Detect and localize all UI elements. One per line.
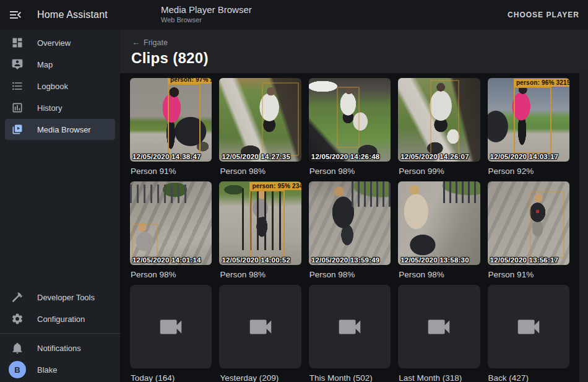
sidebar-item-media-browser[interactable]: Media Browser	[5, 119, 115, 140]
bell-icon	[11, 342, 24, 354]
clip-thumbnail: person: 97% 29988 12/05/2020 14:38:47	[130, 78, 212, 162]
detection-bounding-box	[430, 80, 460, 157]
clip-timestamp: 12/05/2020 14:26:07	[400, 153, 480, 160]
bell-icon	[11, 342, 24, 354]
folder-card[interactable]: Last Month (318)	[398, 285, 480, 382]
clip-thumbnail: 12/05/2020 14:01:14	[130, 181, 212, 265]
menu-open-icon	[8, 14, 23, 24]
sidebar-item-label: Map	[37, 60, 53, 69]
sidebar-item-developer-tools[interactable]: Developer Tools	[5, 287, 115, 308]
clip-card[interactable]: person: 96% 32154 12/05/2020 14:03:17 Pe…	[488, 78, 569, 181]
clip-card[interactable]: 12/05/2020 14:01:14 Person 98%	[130, 181, 212, 285]
sidebar-item-configuration[interactable]: Configuration	[5, 308, 115, 329]
clip-thumbnail: 12/05/2020 14:26:07	[398, 78, 480, 162]
clip-thumbnail: person: 96% 32154 12/05/2020 14:03:17	[488, 78, 569, 162]
clip-caption: Person 91%	[131, 166, 211, 177]
tooltip-account-icon	[11, 58, 24, 71]
page-title: Clips (820)	[131, 50, 588, 67]
detection-bounding-box	[249, 190, 285, 259]
video-camera-icon	[514, 313, 543, 341]
avatar: B	[9, 361, 26, 378]
sidebar: OverviewMapLogbookHistoryMedia Browser D…	[0, 30, 120, 382]
clip-thumbnail: 12/05/2020 14:27:35	[219, 78, 301, 162]
sidebar-toggle-button[interactable]	[8, 7, 23, 22]
clip-timestamp: 12/05/2020 14:03:17	[490, 153, 569, 160]
user-name: Blake	[37, 365, 58, 375]
clip-thumbnail: 12/05/2020 13:58:30	[398, 181, 480, 265]
clip-card[interactable]: 12/05/2020 14:26:07 Person 99%	[398, 78, 480, 181]
clip-card[interactable]: person: 95% 23432 12/05/2020 14:00:52 Pe…	[219, 181, 301, 285]
sidebar-divider	[0, 333, 120, 334]
format-list-bulleted-icon	[11, 80, 24, 92]
clip-caption: Person 98%	[399, 269, 479, 280]
breadcrumb-label: Frigate	[144, 38, 168, 47]
panel-title: Media Player Browser	[161, 4, 252, 15]
detection-bounding-box	[262, 82, 299, 156]
sidebar-item-label: Configuration	[37, 315, 85, 324]
scrollbar[interactable]	[579, 73, 588, 382]
clip-timestamp: 12/05/2020 13:58:30	[400, 256, 480, 264]
detection-bounding-box	[530, 191, 564, 258]
clip-card[interactable]: 12/05/2020 13:59:49 Person 98%	[309, 181, 391, 285]
clip-timestamp: 12/05/2020 14:00:52	[222, 256, 301, 264]
clip-card[interactable]: 12/05/2020 13:56:17 Person 91%	[488, 181, 569, 285]
folder-card[interactable]: Back (427)	[488, 285, 569, 382]
panel-title-block: Media Player Browser Web Browser	[161, 4, 252, 24]
video-camera-icon	[246, 313, 275, 341]
sidebar-item-label: Media Browser	[37, 125, 91, 134]
sidebar-item-label: Logbook	[37, 82, 68, 91]
folder-thumbnail	[219, 285, 301, 368]
back-arrow-icon: ←	[132, 38, 140, 47]
sidebar-item-notifications[interactable]: Notifications	[5, 337, 115, 358]
detection-bounding-box	[337, 87, 360, 149]
folder-card[interactable]: Today (164)	[130, 285, 212, 382]
sidebar-spacer	[0, 141, 120, 286]
clip-thumbnail: person: 95% 23432 12/05/2020 14:00:52	[219, 181, 301, 265]
clip-card[interactable]: 12/05/2020 13:58:30 Person 98%	[398, 181, 480, 285]
clip-caption: Person 91%	[488, 269, 569, 280]
clip-caption: Person 98%	[131, 269, 211, 280]
clip-timestamp: 12/05/2020 14:38:47	[132, 153, 212, 160]
clip-caption: Person 98%	[309, 269, 390, 280]
clip-timestamp: 12/05/2020 13:59:49	[311, 256, 391, 264]
folder-card[interactable]: Yesterday (209)	[219, 285, 301, 382]
notifications-label: Notifications	[37, 344, 81, 353]
clip-caption: Person 98%	[220, 269, 300, 280]
sidebar-item-label: Developer Tools	[37, 293, 95, 302]
sidebar-item-label: History	[37, 103, 62, 113]
sidebar-item-history[interactable]: History	[5, 97, 115, 118]
media-browser-main: person: 97% 29988 12/05/2020 14:38:47 Pe…	[120, 73, 588, 382]
sidebar-bottom: Developer ToolsConfiguration Notificatio…	[0, 286, 120, 382]
sidebar-nav: OverviewMapLogbookHistoryMedia Browser	[0, 30, 120, 141]
sidebar-tools: Developer ToolsConfiguration	[0, 287, 120, 329]
folder-label: Back (427)	[488, 373, 569, 382]
clip-timestamp: 12/05/2020 14:01:14	[132, 256, 212, 264]
clip-card[interactable]: 12/05/2020 14:27:35 Person 98%	[219, 78, 301, 181]
folder-thumbnail	[398, 285, 480, 368]
folder-card[interactable]: This Month (502)	[309, 285, 391, 382]
panel-subtitle: Web Browser	[161, 16, 252, 24]
video-camera-icon	[157, 313, 185, 341]
play-box-multiple-icon	[11, 123, 24, 136]
choose-player-button[interactable]: CHOOSE PLAYER	[501, 0, 586, 30]
clip-caption: Person 92%	[488, 166, 569, 177]
folder-label: Today (164)	[131, 373, 211, 382]
folder-label: Yesterday (209)	[220, 373, 300, 382]
cog-icon	[11, 313, 24, 325]
sidebar-item-logbook[interactable]: Logbook	[5, 76, 115, 97]
sidebar-item-user[interactable]: B Blake	[5, 359, 115, 380]
top-app-bar: Home Assistant Media Player Browser Web …	[0, 0, 588, 30]
folder-thumbnail	[130, 285, 212, 368]
folder-thumbnail	[488, 285, 569, 368]
clip-card[interactable]: person: 97% 29988 12/05/2020 14:38:47 Pe…	[130, 78, 212, 181]
video-camera-icon	[425, 313, 453, 341]
clip-card[interactable]: 12/05/2020 14:26:48 Person 98%	[309, 78, 391, 181]
clip-thumbnail: 12/05/2020 13:56:17	[488, 181, 569, 265]
sidebar-item-map[interactable]: Map	[5, 54, 115, 75]
content-header: ← Frigate Clips (820)	[120, 30, 588, 73]
media-grid: person: 97% 29988 12/05/2020 14:38:47 Pe…	[130, 78, 569, 382]
sidebar-item-overview[interactable]: Overview	[5, 32, 115, 53]
breadcrumb[interactable]: ← Frigate	[132, 38, 168, 47]
clip-thumbnail: 12/05/2020 14:26:48	[309, 78, 391, 162]
detection-label: person: 95% 23432	[249, 182, 301, 190]
